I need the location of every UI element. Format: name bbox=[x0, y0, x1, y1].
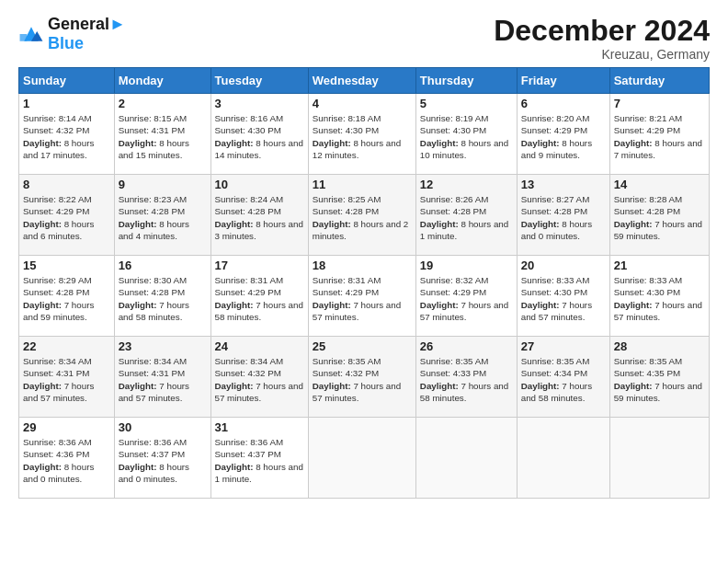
calendar-cell bbox=[609, 418, 709, 499]
day-number: 12 bbox=[420, 178, 513, 191]
day-info: Sunrise: 8:28 AMSunset: 4:28 PMDaylight:… bbox=[614, 193, 705, 242]
day-info: Sunrise: 8:23 AMSunset: 4:28 PMDaylight:… bbox=[119, 193, 207, 242]
day-number: 29 bbox=[23, 420, 110, 434]
calendar-cell bbox=[308, 418, 415, 499]
day-info: Sunrise: 8:30 AMSunset: 4:28 PMDaylight:… bbox=[119, 274, 207, 323]
day-info: Sunrise: 8:34 AMSunset: 4:31 PMDaylight:… bbox=[23, 355, 110, 404]
header-day-wednesday: Wednesday bbox=[308, 68, 415, 94]
calendar-cell: 27Sunrise: 8:35 AMSunset: 4:34 PMDayligh… bbox=[517, 337, 609, 418]
day-info: Sunrise: 8:24 AMSunset: 4:28 PMDaylight:… bbox=[215, 193, 304, 242]
month-title: December 2024 bbox=[494, 15, 710, 47]
day-info: Sunrise: 8:35 AMSunset: 4:35 PMDaylight:… bbox=[614, 355, 705, 404]
header-day-tuesday: Tuesday bbox=[210, 68, 308, 94]
calendar-cell: 20Sunrise: 8:33 AMSunset: 4:30 PMDayligh… bbox=[517, 256, 609, 337]
calendar-week-5: 29Sunrise: 8:36 AMSunset: 4:36 PMDayligh… bbox=[19, 418, 710, 499]
calendar-cell: 2Sunrise: 8:15 AMSunset: 4:31 PMDaylight… bbox=[114, 94, 210, 175]
calendar-cell bbox=[517, 418, 609, 499]
calendar-body: 1Sunrise: 8:14 AMSunset: 4:32 PMDaylight… bbox=[19, 94, 710, 499]
logo-icon bbox=[18, 21, 44, 47]
calendar-week-1: 1Sunrise: 8:14 AMSunset: 4:32 PMDaylight… bbox=[19, 94, 710, 175]
day-info: Sunrise: 8:35 AMSunset: 4:33 PMDaylight:… bbox=[420, 355, 513, 404]
calendar-cell: 4Sunrise: 8:18 AMSunset: 4:30 PMDaylight… bbox=[308, 94, 415, 175]
day-number: 4 bbox=[313, 97, 412, 110]
header-day-saturday: Saturday bbox=[609, 68, 709, 94]
calendar-table: SundayMondayTuesdayWednesdayThursdayFrid… bbox=[18, 67, 710, 499]
day-number: 24 bbox=[215, 339, 304, 353]
header-day-monday: Monday bbox=[114, 68, 210, 94]
svg-rect-3 bbox=[20, 34, 28, 41]
day-info: Sunrise: 8:21 AMSunset: 4:29 PMDaylight:… bbox=[614, 112, 705, 161]
day-info: Sunrise: 8:26 AMSunset: 4:28 PMDaylight:… bbox=[420, 193, 513, 242]
day-number: 21 bbox=[614, 259, 705, 272]
day-number: 31 bbox=[215, 420, 304, 434]
day-number: 27 bbox=[521, 339, 606, 353]
day-number: 23 bbox=[119, 339, 207, 353]
day-info: Sunrise: 8:32 AMSunset: 4:29 PMDaylight:… bbox=[420, 274, 513, 323]
calendar-cell: 14Sunrise: 8:28 AMSunset: 4:28 PMDayligh… bbox=[609, 175, 709, 256]
day-number: 11 bbox=[313, 178, 412, 191]
calendar-cell: 3Sunrise: 8:16 AMSunset: 4:30 PMDaylight… bbox=[210, 94, 308, 175]
header-day-sunday: Sunday bbox=[19, 68, 115, 94]
day-number: 10 bbox=[215, 178, 304, 191]
calendar-cell: 9Sunrise: 8:23 AMSunset: 4:28 PMDaylight… bbox=[114, 175, 210, 256]
day-number: 17 bbox=[215, 259, 304, 272]
day-number: 15 bbox=[23, 259, 110, 272]
day-info: Sunrise: 8:19 AMSunset: 4:30 PMDaylight:… bbox=[420, 112, 513, 161]
header-day-thursday: Thursday bbox=[415, 68, 517, 94]
location-subtitle: Kreuzau, Germany bbox=[494, 47, 710, 62]
day-info: Sunrise: 8:35 AMSunset: 4:32 PMDaylight:… bbox=[313, 355, 412, 404]
day-number: 30 bbox=[119, 420, 207, 434]
day-info: Sunrise: 8:14 AMSunset: 4:32 PMDaylight:… bbox=[23, 112, 110, 161]
day-number: 13 bbox=[521, 178, 606, 191]
day-info: Sunrise: 8:16 AMSunset: 4:30 PMDaylight:… bbox=[215, 112, 304, 161]
day-number: 16 bbox=[119, 259, 207, 272]
calendar-cell: 25Sunrise: 8:35 AMSunset: 4:32 PMDayligh… bbox=[308, 337, 415, 418]
day-info: Sunrise: 8:36 AMSunset: 4:37 PMDaylight:… bbox=[215, 436, 304, 485]
calendar-cell: 13Sunrise: 8:27 AMSunset: 4:28 PMDayligh… bbox=[517, 175, 609, 256]
calendar-cell: 16Sunrise: 8:30 AMSunset: 4:28 PMDayligh… bbox=[114, 256, 210, 337]
calendar-cell: 6Sunrise: 8:20 AMSunset: 4:29 PMDaylight… bbox=[517, 94, 609, 175]
calendar-week-3: 15Sunrise: 8:29 AMSunset: 4:28 PMDayligh… bbox=[19, 256, 710, 337]
calendar-cell: 21Sunrise: 8:33 AMSunset: 4:30 PMDayligh… bbox=[609, 256, 709, 337]
calendar-cell: 8Sunrise: 8:22 AMSunset: 4:29 PMDaylight… bbox=[19, 175, 115, 256]
calendar-cell: 28Sunrise: 8:35 AMSunset: 4:35 PMDayligh… bbox=[609, 337, 709, 418]
calendar-cell: 10Sunrise: 8:24 AMSunset: 4:28 PMDayligh… bbox=[210, 175, 308, 256]
day-number: 18 bbox=[313, 259, 412, 272]
day-number: 8 bbox=[23, 178, 110, 191]
day-number: 14 bbox=[614, 178, 705, 191]
calendar-cell: 31Sunrise: 8:36 AMSunset: 4:37 PMDayligh… bbox=[210, 418, 308, 499]
day-info: Sunrise: 8:31 AMSunset: 4:29 PMDaylight:… bbox=[215, 274, 304, 323]
calendar-cell: 12Sunrise: 8:26 AMSunset: 4:28 PMDayligh… bbox=[415, 175, 517, 256]
day-info: Sunrise: 8:20 AMSunset: 4:29 PMDaylight:… bbox=[521, 112, 606, 161]
day-number: 7 bbox=[614, 97, 705, 110]
calendar-cell: 22Sunrise: 8:34 AMSunset: 4:31 PMDayligh… bbox=[19, 337, 115, 418]
day-info: Sunrise: 8:33 AMSunset: 4:30 PMDaylight:… bbox=[614, 274, 705, 323]
calendar-cell: 7Sunrise: 8:21 AMSunset: 4:29 PMDaylight… bbox=[609, 94, 709, 175]
day-info: Sunrise: 8:29 AMSunset: 4:28 PMDaylight:… bbox=[23, 274, 110, 323]
day-info: Sunrise: 8:18 AMSunset: 4:30 PMDaylight:… bbox=[313, 112, 412, 161]
calendar-cell: 26Sunrise: 8:35 AMSunset: 4:33 PMDayligh… bbox=[415, 337, 517, 418]
calendar-container: General► Blue December 2024 Kreuzau, Ger… bbox=[0, 0, 728, 508]
day-number: 22 bbox=[23, 339, 110, 353]
calendar-cell: 5Sunrise: 8:19 AMSunset: 4:30 PMDaylight… bbox=[415, 94, 517, 175]
day-info: Sunrise: 8:27 AMSunset: 4:28 PMDaylight:… bbox=[521, 193, 606, 242]
day-info: Sunrise: 8:34 AMSunset: 4:31 PMDaylight:… bbox=[119, 355, 207, 404]
day-info: Sunrise: 8:31 AMSunset: 4:29 PMDaylight:… bbox=[313, 274, 412, 323]
calendar-cell: 17Sunrise: 8:31 AMSunset: 4:29 PMDayligh… bbox=[210, 256, 308, 337]
calendar-cell: 23Sunrise: 8:34 AMSunset: 4:31 PMDayligh… bbox=[114, 337, 210, 418]
calendar-cell: 11Sunrise: 8:25 AMSunset: 4:28 PMDayligh… bbox=[308, 175, 415, 256]
day-info: Sunrise: 8:34 AMSunset: 4:32 PMDaylight:… bbox=[215, 355, 304, 404]
calendar-cell: 1Sunrise: 8:14 AMSunset: 4:32 PMDaylight… bbox=[19, 94, 115, 175]
day-info: Sunrise: 8:22 AMSunset: 4:29 PMDaylight:… bbox=[23, 193, 110, 242]
calendar-cell bbox=[415, 418, 517, 499]
logo: General► Blue bbox=[18, 15, 126, 52]
day-number: 6 bbox=[521, 97, 606, 110]
calendar-cell: 15Sunrise: 8:29 AMSunset: 4:28 PMDayligh… bbox=[19, 256, 115, 337]
day-number: 2 bbox=[119, 97, 207, 110]
logo-text: General► Blue bbox=[48, 15, 126, 52]
day-number: 28 bbox=[614, 339, 705, 353]
calendar-header-row: SundayMondayTuesdayWednesdayThursdayFrid… bbox=[19, 68, 710, 94]
day-number: 26 bbox=[420, 339, 513, 353]
calendar-cell: 30Sunrise: 8:36 AMSunset: 4:37 PMDayligh… bbox=[114, 418, 210, 499]
calendar-cell: 18Sunrise: 8:31 AMSunset: 4:29 PMDayligh… bbox=[308, 256, 415, 337]
